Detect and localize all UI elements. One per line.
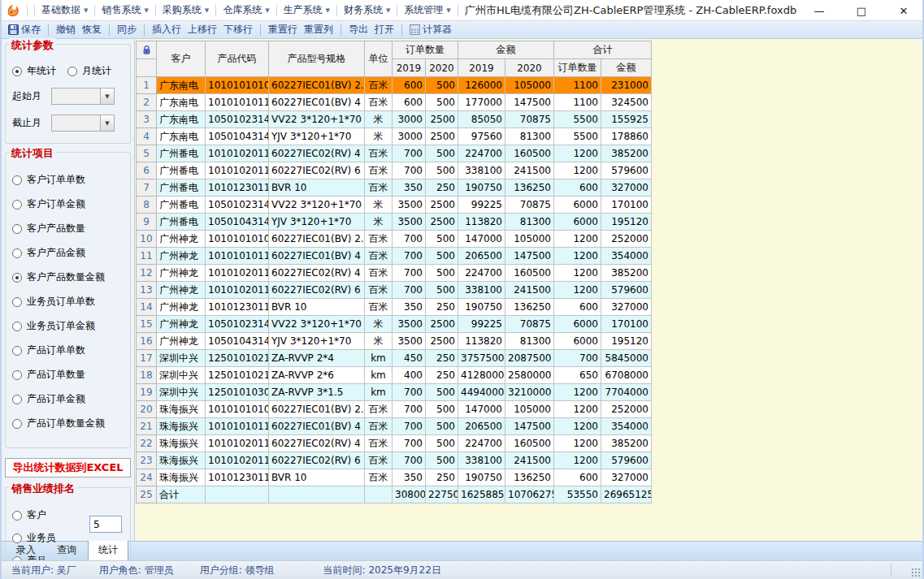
table-cell[interactable]: 12501010213 — [206, 367, 269, 384]
table-cell[interactable] — [365, 486, 393, 503]
table-cell[interactable]: 2087500 — [505, 350, 554, 367]
table-cell[interactable]: 10101020111 — [206, 145, 269, 162]
table-cell[interactable]: 105000 — [505, 401, 554, 418]
table-cell[interactable]: 10501043140 — [206, 333, 269, 350]
radio-button-checked[interactable] — [12, 273, 22, 283]
table-cell[interactable]: 10101230115 — [206, 469, 269, 486]
radio-产品订单数量[interactable]: 产品订单数量 — [12, 368, 124, 382]
table-cell[interactable]: 385200 — [601, 435, 652, 452]
table-cell[interactable]: 1100 — [554, 94, 601, 111]
table-cell[interactable]: 147000 — [458, 401, 505, 418]
table-cell[interactable]: 1200 — [554, 162, 601, 179]
table-cell[interactable]: 10101020113 — [206, 162, 269, 179]
table-cell[interactable]: 6000 — [554, 333, 601, 350]
table-cell[interactable]: 700 — [554, 350, 601, 367]
table-cell[interactable]: 700 — [393, 452, 426, 469]
table-cell[interactable]: 178860 — [601, 128, 652, 145]
table-cell[interactable]: 广州神龙 — [157, 231, 206, 248]
table-cell[interactable]: 160500 — [505, 145, 554, 162]
table-cell[interactable]: 广州番电 — [157, 214, 206, 231]
close-button[interactable]: ✕ — [895, 5, 913, 17]
table-cell[interactable]: 广州神龙 — [157, 299, 206, 316]
table-cell[interactable]: 60227IEC02(RV) 4 — [269, 435, 365, 452]
table-row-21[interactable]: 21珠海振兴1010101011160227IEC01(BV) 4百米70050… — [137, 418, 652, 435]
table-cell[interactable]: 10101010109 — [206, 231, 269, 248]
table-cell[interactable]: 190750 — [458, 299, 505, 316]
toolbar-button-上移行[interactable]: 上移行 — [184, 23, 220, 37]
table-cell[interactable]: 700 — [393, 145, 426, 162]
table-cell[interactable]: 99225 — [458, 197, 505, 214]
table-cell[interactable]: 700 — [393, 162, 426, 179]
menu-item-6[interactable]: 财务系统▼ — [341, 3, 393, 17]
table-cell[interactable]: 500 — [426, 418, 458, 435]
radio-button[interactable] — [12, 175, 22, 185]
radio-button[interactable] — [12, 224, 22, 234]
table-cell[interactable]: 1200 — [554, 384, 601, 401]
row-number-cell[interactable]: 25 — [137, 486, 157, 503]
table-row-19[interactable]: 19深圳中兴12501010307ZA-RVVP 3*1.5km70050044… — [137, 384, 652, 401]
table-row-10[interactable]: 10广州神龙1010101010960227IEC01(BV) 2.5百米700… — [137, 231, 652, 248]
table-cell[interactable]: 190750 — [458, 469, 505, 486]
table-cell[interactable]: km — [365, 350, 393, 367]
table-row-5[interactable]: 5广州番电1010102011160227IEC02(RV) 4百米700500… — [137, 145, 652, 162]
table-cell[interactable]: 579600 — [601, 162, 652, 179]
radio-客户产品数量[interactable]: 客户产品数量 — [12, 222, 124, 235]
table-cell[interactable]: 195120 — [601, 214, 652, 231]
table-cell[interactable]: 深圳中兴 — [157, 384, 206, 401]
row-number-cell[interactable]: 2 — [137, 94, 157, 111]
table-cell[interactable]: 170100 — [601, 316, 652, 333]
table-cell[interactable]: 195120 — [601, 333, 652, 350]
table-cell[interactable]: 1200 — [554, 282, 601, 299]
table-cell[interactable]: 600 — [393, 77, 426, 94]
radio-button[interactable] — [12, 200, 22, 210]
minimize-button[interactable]: — — [810, 5, 828, 17]
table-cell[interactable]: ZA-RVVP 2*4 — [269, 350, 365, 367]
table-cell[interactable]: 2500 — [426, 111, 458, 128]
table-cell[interactable]: 广州番电 — [157, 145, 206, 162]
table-cell[interactable]: 60227IEC02(RV) 6 — [269, 162, 365, 179]
table-cell[interactable]: 百米 — [365, 282, 393, 299]
table-cell[interactable]: 81300 — [505, 333, 554, 350]
table-cell[interactable]: 147500 — [505, 248, 554, 265]
table-cell[interactable]: 650 — [554, 367, 601, 384]
table-row-11[interactable]: 11广州神龙1010101011160227IEC01(BV) 4百米70050… — [137, 248, 652, 265]
table-row-20[interactable]: 20珠海振兴1010101010960227IEC01(BV) 2.5百米700… — [137, 401, 652, 418]
row-number-cell[interactable]: 16 — [137, 333, 157, 350]
toolbar-button-撤销[interactable]: 撤销 — [53, 23, 79, 37]
table-cell[interactable]: 5500 — [554, 111, 601, 128]
table-cell[interactable]: 250 — [426, 179, 458, 197]
table-cell[interactable]: 12501010211 — [206, 350, 269, 367]
table-cell[interactable]: 3500 — [393, 197, 426, 214]
table-row-6[interactable]: 6广州番电1010102011360227IEC02(RV) 6百米700500… — [137, 162, 652, 179]
table-cell[interactable]: 327000 — [601, 299, 652, 316]
table-cell[interactable]: 百米 — [365, 418, 393, 435]
radio-年统计[interactable]: 年统计 — [12, 64, 56, 78]
table-cell[interactable]: 224700 — [458, 145, 505, 162]
table-cell[interactable]: 252000 — [601, 401, 652, 418]
menu-item-2[interactable]: 销售系统▼ — [98, 3, 151, 17]
table-cell[interactable]: 136250 — [505, 469, 554, 486]
table-cell[interactable]: 广州神龙 — [157, 265, 206, 282]
radio-产品订单数量金额[interactable]: 产品订单数量金额 — [12, 417, 124, 430]
table-row-3[interactable]: 3广东南电10501023140VV22 3*120+1*70米30002500… — [137, 111, 652, 128]
table-cell[interactable]: km — [365, 367, 393, 384]
table-cell[interactable]: 350 — [393, 179, 426, 197]
table-cell[interactable]: 5845000 — [601, 350, 652, 367]
column-header-金额-2019[interactable]: 2019 — [458, 59, 505, 77]
toolbar-button-恢复[interactable]: 恢复 — [79, 23, 105, 37]
table-cell[interactable]: 60227IEC02(RV) 4 — [269, 265, 365, 282]
row-number-cell[interactable]: 10 — [137, 231, 157, 248]
table-cell[interactable]: 190750 — [458, 179, 505, 197]
table-cell[interactable]: 206500 — [458, 418, 505, 435]
table-cell[interactable]: 250 — [426, 367, 458, 384]
table-cell[interactable]: 338100 — [458, 162, 505, 179]
row-number-cell[interactable]: 24 — [137, 469, 157, 486]
table-cell[interactable]: 147500 — [505, 94, 554, 111]
table-cell[interactable]: VV22 3*120+1*70 — [269, 197, 365, 214]
table-cell[interactable]: 252000 — [601, 231, 652, 248]
table-cell[interactable]: 500 — [426, 231, 458, 248]
table-row-23[interactable]: 23珠海振兴1010102011360227IEC02(RV) 6百米70050… — [137, 452, 652, 469]
table-cell[interactable]: 60227IEC02(RV) 6 — [269, 452, 365, 469]
table-cell[interactable]: 30800 — [393, 486, 426, 503]
table-cell[interactable]: 米 — [365, 333, 393, 350]
